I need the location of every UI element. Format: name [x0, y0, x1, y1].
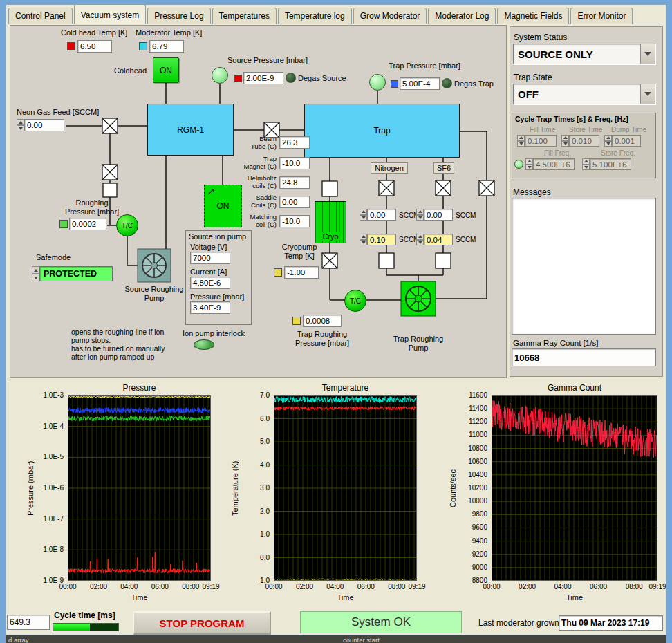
chart-y-tick: 9200	[457, 550, 487, 558]
trap-pressure-led	[369, 74, 386, 91]
chart-x-tick: 00:00	[479, 583, 504, 590]
ion-pump-interlock-led[interactable]	[194, 339, 214, 350]
degas-trap-led[interactable]	[442, 78, 452, 88]
n2-flow-stepper[interactable]	[360, 209, 367, 221]
temperature-chart: TemperatureTemperature (K)7.06.05.04.03.…	[228, 383, 436, 608]
safemode-stepper[interactable]	[32, 266, 39, 281]
ion-pump-on-label: ON	[217, 201, 230, 211]
ion-pressure-value: 3.40E-9	[190, 301, 230, 314]
tab-vacuum-system[interactable]: Vacuum system	[74, 4, 146, 24]
store-freq-input[interactable]: 5.100E+6	[590, 158, 631, 170]
chart-x-tick: 06:00	[147, 583, 172, 590]
series-beam-line	[68, 396, 211, 398]
tab-grow-moderator[interactable]: Grow Moderator	[353, 8, 427, 24]
chart-x-tick: 09:19	[198, 583, 223, 590]
tab-pressure-log[interactable]: Pressure Log	[147, 8, 210, 24]
spinner-up-icon[interactable]	[17, 119, 24, 125]
ion-voltage-value: 7000	[190, 252, 230, 264]
series-cold-head-temp	[274, 407, 417, 410]
system-ok-status: System OK	[300, 611, 462, 633]
cycle-time-label: Cycle time [ms]	[54, 611, 115, 620]
ion-pump-on-button[interactable]: ↗ ON	[204, 185, 242, 227]
n2-flow-value[interactable]: 0.00	[367, 209, 396, 221]
coldhead-on-button[interactable]: ON	[153, 57, 179, 83]
sf6-flow-value[interactable]: 0.00	[424, 209, 453, 221]
trap-roughing-pressure-value: 0.0008	[303, 315, 342, 327]
store-time-stepper[interactable]	[561, 135, 569, 147]
sf6-flow-unit: SCCM	[456, 212, 476, 219]
fill-freq-stepper[interactable]	[525, 158, 533, 170]
dump-time-label: Dump Time	[611, 126, 646, 133]
trap-roughing-pressure-label: Trap Roughing Pressure [mbar]	[289, 330, 355, 348]
sf6-setpoint-stepper[interactable]	[416, 234, 424, 245]
tab-magnetic-fields[interactable]: Magnetic Fields	[497, 8, 569, 24]
source-tc-label: T/C	[122, 222, 133, 230]
source-pressure-value: 2.00E-9	[243, 72, 283, 84]
tab-moderator-log[interactable]: Moderator Log	[428, 8, 496, 24]
series-gamma-count	[492, 400, 657, 458]
degas-source-led[interactable]	[286, 73, 296, 83]
dropdown-arrow-icon[interactable]	[640, 84, 655, 104]
fill-time-input[interactable]: 0.100	[525, 135, 557, 147]
chart-y-tick: 11200	[457, 418, 487, 425]
dropdown-arrow-icon[interactable]	[640, 44, 655, 64]
dump-time-stepper[interactable]	[604, 135, 612, 147]
chart-x-tick: 00:00	[261, 583, 286, 590]
fill-time-label: Fill Time	[530, 126, 555, 133]
tab-error-monitor[interactable]: Error Monitor	[570, 8, 633, 24]
series-source-pressure	[68, 552, 211, 573]
cold-head-indicator	[67, 42, 75, 50]
store-time-input[interactable]: 0.010	[569, 135, 599, 147]
fill-time-stepper[interactable]	[517, 135, 525, 147]
trap-chamber: Trap	[304, 104, 460, 158]
cycle-led	[514, 160, 523, 169]
fill-freq-label: Fill Freq.	[544, 149, 571, 157]
cycle-time-value: 649.3	[7, 615, 50, 630]
chart-x-tick: 09:19	[645, 583, 670, 590]
neon-gas-feed-input[interactable]: 0.00	[24, 119, 64, 131]
window-bottom-edge	[6, 635, 666, 643]
n2-setpoint-stepper[interactable]	[360, 234, 367, 245]
n2-setpoint-input[interactable]: 0.10	[367, 234, 396, 245]
cryo-pump-button[interactable]: Cryo	[315, 201, 346, 243]
store-freq-stepper[interactable]	[582, 158, 590, 170]
trap-magnet-label: Trap Magnet (C)	[241, 156, 277, 170]
system-status-dropdown[interactable]: SOURCE ONLY	[513, 44, 655, 64]
tab-control-panel[interactable]: Control Panel	[8, 8, 73, 24]
source-pressure-label: Source Pressure [mbar]	[223, 56, 312, 65]
chart-x-axis-label: Time	[554, 593, 595, 602]
sf6-flow-stepper[interactable]	[416, 209, 424, 221]
chart-x-tick: 06:00	[353, 583, 378, 590]
gamma-count-label: Gamma Ray Count [1/s]	[513, 339, 598, 348]
chart-title: Pressure	[91, 383, 188, 393]
chart-x-axis-label: Time	[325, 593, 366, 602]
chart-plot-area	[68, 395, 211, 581]
chart-y-tick: 6.0	[239, 415, 270, 422]
chart-x-tick: 09:19	[404, 583, 429, 590]
spinner-down-icon[interactable]	[17, 125, 24, 131]
gamma-count-chart: Gamma CountCounts/sec1160011400112001100…	[446, 383, 664, 608]
chart-title: Temperature	[297, 383, 394, 393]
series-trap-pressure	[68, 408, 211, 413]
series-baseline	[274, 579, 417, 579]
dump-time-input[interactable]: 0.001	[612, 135, 641, 147]
neon-gas-feed-stepper[interactable]	[17, 119, 24, 131]
tab-temperatures[interactable]: Temperatures	[212, 8, 277, 24]
ion-pressure-label: Pressure [mbar]	[190, 292, 244, 301]
fill-freq-input[interactable]: 4.500E+6	[533, 158, 575, 170]
cryopump-temp-value: -1.00	[284, 266, 319, 279]
cryopump-temp-label: Cryopump Temp [K]	[277, 243, 322, 261]
chart-y-tick: 4.0	[239, 461, 270, 469]
tab-temperature-log[interactable]: Temperature log	[278, 8, 352, 24]
chart-y-tick: 2.0	[239, 507, 270, 515]
rgm1-label: RGM-1	[177, 125, 204, 135]
chart-y-tick: 1.0E-3	[35, 391, 64, 399]
partial-text-center: counter start	[343, 636, 380, 643]
chart-x-tick: 02:00	[515, 583, 540, 590]
trap-state-dropdown[interactable]: OFF	[513, 84, 655, 104]
stop-program-button[interactable]: STOP PROGRAM	[133, 611, 271, 635]
chart-y-tick: 9000	[457, 563, 487, 571]
chart-y-tick: 10800	[457, 445, 487, 452]
safemode-value[interactable]: PROTECTED	[39, 266, 113, 281]
sf6-setpoint-input[interactable]: 0.04	[424, 234, 453, 245]
